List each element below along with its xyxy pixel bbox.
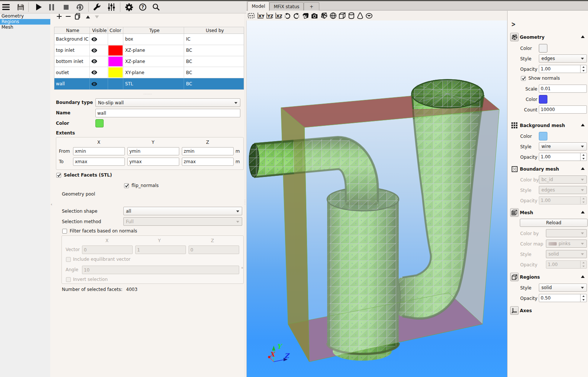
screenshot-button[interactable]	[310, 11, 319, 20]
settings-button[interactable]	[123, 2, 135, 12]
add-torus-button[interactable]	[365, 11, 374, 20]
run-button[interactable]	[33, 2, 44, 12]
col-header-type[interactable]: Type	[123, 27, 184, 34]
add-cone-button[interactable]	[356, 11, 365, 20]
collapse-arrow-icon[interactable]	[581, 124, 585, 126]
move-region-up-button[interactable]	[86, 15, 90, 20]
parameters-button[interactable]	[106, 2, 117, 12]
add-box-button[interactable]	[338, 11, 347, 20]
save-button[interactable]	[15, 2, 26, 12]
geometry-visibility-button[interactable]	[320, 11, 329, 20]
boundary-mesh-section-button[interactable]	[510, 165, 519, 173]
col-header-used-by[interactable]: Used by	[184, 27, 244, 34]
tab-new[interactable]: +	[304, 2, 319, 10]
collapse-arrow-icon[interactable]	[581, 275, 585, 278]
chevron-down-icon	[581, 189, 584, 191]
perspective-button[interactable]	[301, 11, 310, 20]
from-z-input[interactable]: zmin	[182, 147, 234, 155]
normals-scale-input[interactable]: 0.01	[539, 85, 587, 93]
mesh-section-title[interactable]: Mesh	[520, 210, 533, 215]
nav-item-regions[interactable]: Regions	[0, 19, 50, 25]
geometry-opacity-spinbox[interactable]: 1.00	[539, 65, 587, 73]
reset-view-button[interactable]	[247, 11, 256, 20]
normals-count-input[interactable]: 10000	[539, 105, 587, 114]
pause-button[interactable]	[46, 2, 57, 12]
show-normals-checkbox[interactable]: Show normals	[521, 76, 560, 81]
regions-section-title[interactable]: Regions	[520, 275, 540, 280]
table-row[interactable]: Background IC box IC	[54, 34, 244, 45]
nav-item-geometry[interactable]: Geometry	[0, 13, 50, 19]
boundary-type-combo[interactable]: No-slip wall	[95, 98, 240, 107]
mesh-style-combo: solid	[546, 250, 587, 258]
background-mesh-style-combo[interactable]: wire	[539, 142, 587, 151]
add-region-button[interactable]	[56, 13, 62, 20]
form-splitter-handle[interactable]: ······	[143, 94, 151, 95]
table-row[interactable]: bottom inlet XZ-plane BC	[54, 56, 244, 67]
nav-item-mesh[interactable]: Mesh	[0, 25, 50, 30]
background-mesh-section-button[interactable]	[510, 121, 519, 130]
table-row[interactable]: top inlet XZ-plane BC	[54, 45, 244, 56]
stop-button[interactable]	[60, 2, 72, 12]
mesh-reload-button[interactable]: Reload	[520, 219, 588, 227]
rotate-right-button[interactable]	[292, 11, 301, 20]
to-z-input[interactable]: zmax	[182, 158, 234, 166]
regions-opacity-spinbox[interactable]: 0.50	[539, 294, 587, 302]
from-y-input[interactable]: ymin	[127, 147, 179, 155]
sidebar-collapse-button[interactable]: >	[511, 20, 516, 28]
table-row[interactable]: outlet XY-plane BC	[54, 67, 244, 78]
normals-color-button[interactable]	[539, 95, 547, 104]
add-sphere-button[interactable]	[329, 11, 338, 20]
collapse-arrow-icon[interactable]	[581, 211, 585, 213]
geometry-style-combo[interactable]: edges	[539, 54, 587, 63]
nav-splitter-collapse[interactable]: ‹	[51, 202, 52, 207]
menu-button[interactable]	[0, 2, 12, 12]
view-xy-button[interactable]: XY	[256, 11, 265, 20]
table-row-selected[interactable]: wall STL BC	[54, 78, 244, 89]
build-button[interactable]	[91, 2, 102, 12]
region-name-input[interactable]: wall	[95, 109, 240, 117]
collapse-arrow-icon[interactable]	[581, 35, 585, 38]
selection-shape-combo[interactable]: all	[123, 207, 242, 215]
region-color-button[interactable]	[95, 119, 104, 127]
axes-icon	[512, 308, 517, 313]
axes-section-title[interactable]: Axes	[520, 308, 532, 313]
select-facets-checkbox[interactable]: Select Facets (STL)	[56, 172, 112, 178]
regions-section-button[interactable]	[510, 273, 519, 281]
background-mesh-opacity-spinbox[interactable]: 1.00	[539, 153, 587, 161]
mode-nav: Geometry Regions Mesh	[0, 13, 50, 377]
pause-icon	[49, 4, 54, 10]
filter-normals-checkbox[interactable]: Filter facets based on normals	[62, 228, 137, 234]
reset-button[interactable]	[74, 2, 85, 12]
geometry-section-button[interactable]	[510, 33, 519, 41]
rotate-left-button[interactable]	[283, 11, 292, 20]
view-yz-button[interactable]: YZ	[265, 11, 274, 20]
collapse-arrow-icon[interactable]	[581, 167, 585, 170]
geometry-color-button[interactable]	[539, 44, 547, 53]
from-x-input[interactable]: xmin	[73, 147, 125, 155]
to-x-input[interactable]: xmax	[73, 158, 125, 166]
flip-normals-checkbox[interactable]: flip_normals	[124, 183, 159, 188]
move-region-down-button[interactable]	[95, 15, 99, 20]
regions-style-combo[interactable]: solid	[539, 283, 587, 292]
search-button[interactable]	[151, 2, 162, 12]
vtk-viewport[interactable]: Y X Z	[246, 20, 507, 377]
remove-region-button[interactable]	[65, 13, 71, 20]
add-cylinder-button[interactable]	[347, 11, 356, 20]
checkbox-checked	[56, 173, 61, 178]
axes-section-button[interactable]	[510, 306, 519, 315]
tab-model[interactable]: Model	[247, 1, 269, 11]
col-header-name[interactable]: Name	[54, 27, 90, 34]
to-y-input[interactable]: ymax	[127, 158, 179, 166]
mesh-section-button[interactable]	[510, 208, 519, 217]
background-mesh-section-title[interactable]: Background mesh	[520, 123, 565, 128]
spin-down-icon	[581, 200, 587, 204]
col-header-visible[interactable]: Visible	[90, 27, 108, 34]
view-xz-button[interactable]: XZ	[274, 11, 283, 20]
help-button[interactable]: ?	[137, 2, 148, 12]
geometry-section-title[interactable]: Geometry	[520, 35, 544, 40]
duplicate-region-button[interactable]	[75, 13, 81, 21]
background-mesh-color-button[interactable]	[539, 132, 547, 140]
tab-mfix-status[interactable]: MFiX status	[269, 2, 304, 10]
boundary-mesh-section-title[interactable]: Boundary mesh	[520, 167, 559, 172]
col-header-color[interactable]: Color	[108, 27, 123, 34]
